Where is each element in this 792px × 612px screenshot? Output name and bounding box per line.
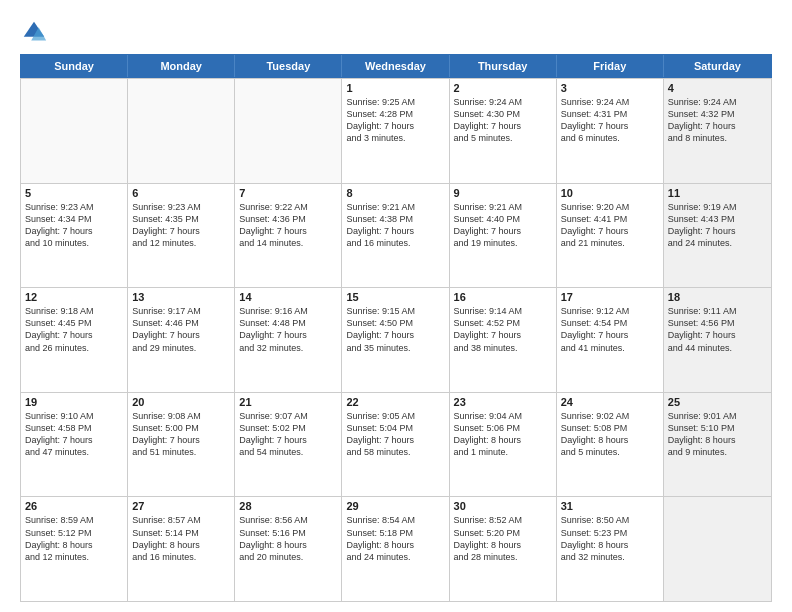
calendar-day-27: 27Sunrise: 8:57 AM Sunset: 5:14 PM Dayli… [128,497,235,601]
day-content: Sunrise: 9:23 AM Sunset: 4:34 PM Dayligh… [25,201,123,250]
day-number: 31 [561,500,659,512]
calendar-day-4: 4Sunrise: 9:24 AM Sunset: 4:32 PM Daylig… [664,79,771,183]
day-content: Sunrise: 9:15 AM Sunset: 4:50 PM Dayligh… [346,305,444,354]
calendar-week-2: 5Sunrise: 9:23 AM Sunset: 4:34 PM Daylig… [21,183,771,288]
day-number: 16 [454,291,552,303]
calendar-day-14: 14Sunrise: 9:16 AM Sunset: 4:48 PM Dayli… [235,288,342,392]
day-content: Sunrise: 8:56 AM Sunset: 5:16 PM Dayligh… [239,514,337,563]
day-number: 1 [346,82,444,94]
day-number: 15 [346,291,444,303]
header-day-tuesday: Tuesday [235,55,342,77]
day-content: Sunrise: 9:25 AM Sunset: 4:28 PM Dayligh… [346,96,444,145]
calendar-day-3: 3Sunrise: 9:24 AM Sunset: 4:31 PM Daylig… [557,79,664,183]
calendar-day-10: 10Sunrise: 9:20 AM Sunset: 4:41 PM Dayli… [557,184,664,288]
day-number: 28 [239,500,337,512]
day-number: 29 [346,500,444,512]
day-number: 7 [239,187,337,199]
calendar-day-30: 30Sunrise: 8:52 AM Sunset: 5:20 PM Dayli… [450,497,557,601]
logo-icon [20,18,48,46]
header [20,18,772,46]
calendar-day-9: 9Sunrise: 9:21 AM Sunset: 4:40 PM Daylig… [450,184,557,288]
day-number: 22 [346,396,444,408]
calendar-week-1: 1Sunrise: 9:25 AM Sunset: 4:28 PM Daylig… [21,78,771,183]
calendar-day-15: 15Sunrise: 9:15 AM Sunset: 4:50 PM Dayli… [342,288,449,392]
day-number: 9 [454,187,552,199]
calendar-day-16: 16Sunrise: 9:14 AM Sunset: 4:52 PM Dayli… [450,288,557,392]
calendar-day-11: 11Sunrise: 9:19 AM Sunset: 4:43 PM Dayli… [664,184,771,288]
calendar-day-21: 21Sunrise: 9:07 AM Sunset: 5:02 PM Dayli… [235,393,342,497]
logo [20,18,52,46]
day-content: Sunrise: 9:05 AM Sunset: 5:04 PM Dayligh… [346,410,444,459]
calendar-day-7: 7Sunrise: 9:22 AM Sunset: 4:36 PM Daylig… [235,184,342,288]
day-number: 19 [25,396,123,408]
day-content: Sunrise: 9:21 AM Sunset: 4:38 PM Dayligh… [346,201,444,250]
calendar-day-empty [21,79,128,183]
calendar-day-22: 22Sunrise: 9:05 AM Sunset: 5:04 PM Dayli… [342,393,449,497]
calendar-day-8: 8Sunrise: 9:21 AM Sunset: 4:38 PM Daylig… [342,184,449,288]
day-content: Sunrise: 9:11 AM Sunset: 4:56 PM Dayligh… [668,305,767,354]
day-content: Sunrise: 9:14 AM Sunset: 4:52 PM Dayligh… [454,305,552,354]
page: SundayMondayTuesdayWednesdayThursdayFrid… [0,0,792,612]
day-content: Sunrise: 9:23 AM Sunset: 4:35 PM Dayligh… [132,201,230,250]
calendar-day-20: 20Sunrise: 9:08 AM Sunset: 5:00 PM Dayli… [128,393,235,497]
calendar-day-5: 5Sunrise: 9:23 AM Sunset: 4:34 PM Daylig… [21,184,128,288]
day-content: Sunrise: 9:24 AM Sunset: 4:30 PM Dayligh… [454,96,552,145]
day-number: 24 [561,396,659,408]
calendar-day-12: 12Sunrise: 9:18 AM Sunset: 4:45 PM Dayli… [21,288,128,392]
day-number: 23 [454,396,552,408]
calendar-day-empty [664,497,771,601]
day-number: 21 [239,396,337,408]
calendar-day-26: 26Sunrise: 8:59 AM Sunset: 5:12 PM Dayli… [21,497,128,601]
day-content: Sunrise: 9:16 AM Sunset: 4:48 PM Dayligh… [239,305,337,354]
day-content: Sunrise: 9:17 AM Sunset: 4:46 PM Dayligh… [132,305,230,354]
day-number: 2 [454,82,552,94]
day-content: Sunrise: 8:57 AM Sunset: 5:14 PM Dayligh… [132,514,230,563]
calendar: SundayMondayTuesdayWednesdayThursdayFrid… [20,54,772,602]
day-number: 3 [561,82,659,94]
day-content: Sunrise: 9:24 AM Sunset: 4:32 PM Dayligh… [668,96,767,145]
day-number: 12 [25,291,123,303]
day-content: Sunrise: 9:22 AM Sunset: 4:36 PM Dayligh… [239,201,337,250]
calendar-day-25: 25Sunrise: 9:01 AM Sunset: 5:10 PM Dayli… [664,393,771,497]
calendar-day-1: 1Sunrise: 9:25 AM Sunset: 4:28 PM Daylig… [342,79,449,183]
day-content: Sunrise: 8:52 AM Sunset: 5:20 PM Dayligh… [454,514,552,563]
day-content: Sunrise: 9:01 AM Sunset: 5:10 PM Dayligh… [668,410,767,459]
calendar-week-5: 26Sunrise: 8:59 AM Sunset: 5:12 PM Dayli… [21,496,771,601]
day-number: 18 [668,291,767,303]
day-content: Sunrise: 9:18 AM Sunset: 4:45 PM Dayligh… [25,305,123,354]
day-content: Sunrise: 9:04 AM Sunset: 5:06 PM Dayligh… [454,410,552,459]
day-content: Sunrise: 9:10 AM Sunset: 4:58 PM Dayligh… [25,410,123,459]
calendar-day-empty [235,79,342,183]
day-number: 26 [25,500,123,512]
day-number: 20 [132,396,230,408]
calendar-week-4: 19Sunrise: 9:10 AM Sunset: 4:58 PM Dayli… [21,392,771,497]
day-number: 27 [132,500,230,512]
calendar-day-19: 19Sunrise: 9:10 AM Sunset: 4:58 PM Dayli… [21,393,128,497]
day-number: 14 [239,291,337,303]
calendar-day-2: 2Sunrise: 9:24 AM Sunset: 4:30 PM Daylig… [450,79,557,183]
calendar-day-empty [128,79,235,183]
day-number: 6 [132,187,230,199]
header-day-wednesday: Wednesday [342,55,449,77]
day-content: Sunrise: 8:59 AM Sunset: 5:12 PM Dayligh… [25,514,123,563]
day-content: Sunrise: 9:07 AM Sunset: 5:02 PM Dayligh… [239,410,337,459]
day-number: 8 [346,187,444,199]
calendar-week-3: 12Sunrise: 9:18 AM Sunset: 4:45 PM Dayli… [21,287,771,392]
calendar-day-13: 13Sunrise: 9:17 AM Sunset: 4:46 PM Dayli… [128,288,235,392]
calendar-day-18: 18Sunrise: 9:11 AM Sunset: 4:56 PM Dayli… [664,288,771,392]
header-day-friday: Friday [557,55,664,77]
day-number: 11 [668,187,767,199]
day-number: 13 [132,291,230,303]
day-content: Sunrise: 8:54 AM Sunset: 5:18 PM Dayligh… [346,514,444,563]
day-number: 17 [561,291,659,303]
day-number: 25 [668,396,767,408]
header-day-thursday: Thursday [450,55,557,77]
day-number: 4 [668,82,767,94]
day-content: Sunrise: 8:50 AM Sunset: 5:23 PM Dayligh… [561,514,659,563]
day-content: Sunrise: 9:24 AM Sunset: 4:31 PM Dayligh… [561,96,659,145]
day-number: 10 [561,187,659,199]
header-day-saturday: Saturday [664,55,771,77]
calendar-day-28: 28Sunrise: 8:56 AM Sunset: 5:16 PM Dayli… [235,497,342,601]
calendar-day-6: 6Sunrise: 9:23 AM Sunset: 4:35 PM Daylig… [128,184,235,288]
day-content: Sunrise: 9:20 AM Sunset: 4:41 PM Dayligh… [561,201,659,250]
